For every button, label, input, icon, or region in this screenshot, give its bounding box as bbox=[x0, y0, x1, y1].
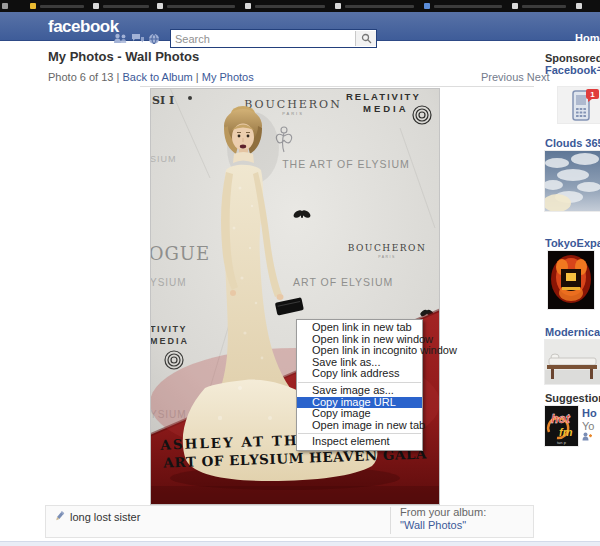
tab-favicon[interactable] bbox=[424, 3, 430, 9]
tab-favicon[interactable] bbox=[335, 3, 341, 9]
tab-favicon[interactable] bbox=[512, 3, 518, 9]
breadcrumb: Photo 6 of 13 | Back to Album | My Photo… bbox=[48, 71, 254, 83]
previous-link[interactable]: Previous bbox=[481, 71, 524, 83]
tab-title-illegible[interactable] bbox=[255, 5, 325, 8]
caption-divider bbox=[390, 507, 391, 534]
album-link[interactable]: "Wall Photos" bbox=[400, 519, 466, 531]
backdrop-partial-text: SI I bbox=[152, 94, 174, 107]
browser-tab-strip[interactable] bbox=[0, 0, 600, 12]
right-hand bbox=[277, 294, 284, 300]
tivity-partial-text: TIVITY bbox=[150, 324, 187, 334]
screenshot-root: { "browser": { "tab_fav_styles": ["backg… bbox=[0, 0, 600, 546]
ad-title-tokyoexpat[interactable]: TokyoExpat bbox=[545, 237, 600, 249]
suggestions-heading: Suggestions bbox=[545, 392, 600, 404]
ad-title-modernica[interactable]: Modernica bbox=[545, 326, 600, 338]
paris-text: PARIS bbox=[282, 111, 304, 116]
search-input[interactable] bbox=[171, 33, 355, 45]
edit-pencil-icon[interactable] bbox=[54, 511, 65, 522]
daybed-image bbox=[545, 340, 600, 384]
left-eye bbox=[238, 135, 241, 138]
back-to-album-link[interactable]: Back to Album bbox=[122, 71, 192, 83]
svg-text:1: 1 bbox=[590, 90, 595, 99]
sium-partial-text: SIUM bbox=[150, 154, 177, 164]
page-title: My Photos - Wall Photos bbox=[48, 49, 199, 64]
tab-favicon[interactable] bbox=[30, 3, 36, 9]
header-divider bbox=[140, 86, 534, 87]
suggestion-page-link[interactable]: Ho bbox=[582, 407, 597, 419]
relativity-text: RELATIVITY bbox=[346, 91, 421, 102]
fiery-crest-image bbox=[548, 251, 594, 309]
tab-title-illegible[interactable] bbox=[167, 5, 235, 8]
notifications-globe-icon[interactable] bbox=[148, 33, 160, 45]
my-photos-link[interactable]: My Photos bbox=[202, 71, 254, 83]
album-label: From your album: bbox=[400, 506, 486, 518]
cloudy-sky-image bbox=[545, 151, 600, 211]
left-hand bbox=[230, 290, 236, 296]
ad-image-facebook-mobile[interactable]: 1 bbox=[558, 87, 600, 123]
dark-lips bbox=[240, 145, 246, 149]
photo-position: Photo 6 of 13 bbox=[48, 71, 113, 83]
art-of-elysium-text: ART OF ELYSIUM bbox=[293, 276, 393, 288]
facebook-logo[interactable]: facebook bbox=[48, 17, 119, 37]
svg-text:hot: hot bbox=[551, 412, 571, 426]
tab-favicon[interactable] bbox=[576, 3, 582, 9]
photo-pager: Previous Next bbox=[481, 71, 549, 83]
tab-favicon[interactable] bbox=[2, 3, 8, 9]
tab-title-illegible[interactable] bbox=[522, 5, 566, 8]
tab-title-illegible[interactable] bbox=[103, 5, 149, 8]
tab-title-illegible[interactable] bbox=[434, 5, 502, 8]
menu-item-open-image-new-tab[interactable]: Open image in new tab bbox=[297, 420, 422, 432]
ad-image-tokyoexpat-crest[interactable] bbox=[548, 251, 594, 309]
boucheron-logo-text-2: BOUCHERON bbox=[348, 243, 427, 253]
media-text: MEDIA bbox=[363, 103, 409, 114]
menu-separator bbox=[298, 382, 421, 383]
messages-icon[interactable] bbox=[131, 33, 145, 44]
right-eye bbox=[247, 135, 250, 138]
mobile-phone-icon: 1 bbox=[558, 87, 600, 123]
vogue-logo-text: VOGUE bbox=[150, 243, 210, 264]
page-bottom-bar bbox=[0, 541, 600, 546]
menu-item-copy-link-address[interactable]: Copy link address bbox=[297, 368, 422, 380]
context-menu: Open link in new tab Open link in new wi… bbox=[296, 319, 423, 451]
friend-requests-icon[interactable] bbox=[113, 33, 128, 44]
ad-image-clouds[interactable] bbox=[545, 151, 600, 211]
svg-text:fm: fm bbox=[559, 426, 573, 438]
tab-favicon[interactable] bbox=[157, 3, 163, 9]
menu-item-inspect-element[interactable]: Inspect element bbox=[297, 436, 422, 448]
menu-separator bbox=[298, 433, 421, 434]
tab-favicon[interactable] bbox=[93, 3, 99, 9]
suggestion-subtext: Yo bbox=[582, 420, 594, 432]
tab-title-illegible[interactable] bbox=[345, 5, 414, 8]
menu-item-open-link-new-tab[interactable]: Open link in new tab bbox=[297, 322, 422, 334]
ad-title-facebook-mobile[interactable]: Facebookモ bbox=[545, 63, 600, 78]
ad-title-clouds-365[interactable]: Clouds 365 bbox=[545, 137, 600, 149]
the-art-of-elysium-text: THE ART OF ELYSIUM bbox=[282, 158, 410, 170]
backdrop-ornament bbox=[188, 96, 192, 100]
menu-item-save-image-as[interactable]: Save image as... bbox=[297, 385, 422, 397]
ad-image-modernica-daybed[interactable] bbox=[545, 340, 600, 384]
search-bar bbox=[170, 29, 377, 48]
search-button[interactable] bbox=[355, 31, 376, 46]
media-text-2: MEDIA bbox=[150, 336, 189, 346]
home-link[interactable]: Home bbox=[575, 32, 600, 44]
boucheron-logo-text: BOUCHERON bbox=[244, 98, 342, 111]
facebook-header-bar: facebook Home bbox=[0, 12, 600, 41]
photo-caption: long lost sister bbox=[70, 511, 140, 523]
hot-fm-logo: hot fm tan p bbox=[545, 406, 578, 446]
menu-item-copy-image[interactable]: Copy image bbox=[297, 408, 422, 420]
ysium-partial-text: YSIUM bbox=[150, 277, 187, 288]
tab-title-illegible[interactable] bbox=[40, 5, 84, 8]
svg-text:tan p: tan p bbox=[557, 440, 567, 445]
search-icon bbox=[361, 33, 372, 44]
add-person-icon[interactable] bbox=[582, 432, 592, 441]
tab-favicon[interactable] bbox=[245, 3, 251, 9]
paris-text-2: PARIS bbox=[378, 255, 396, 259]
suggestion-hotfm-logo[interactable]: hot fm tan p bbox=[545, 406, 578, 446]
